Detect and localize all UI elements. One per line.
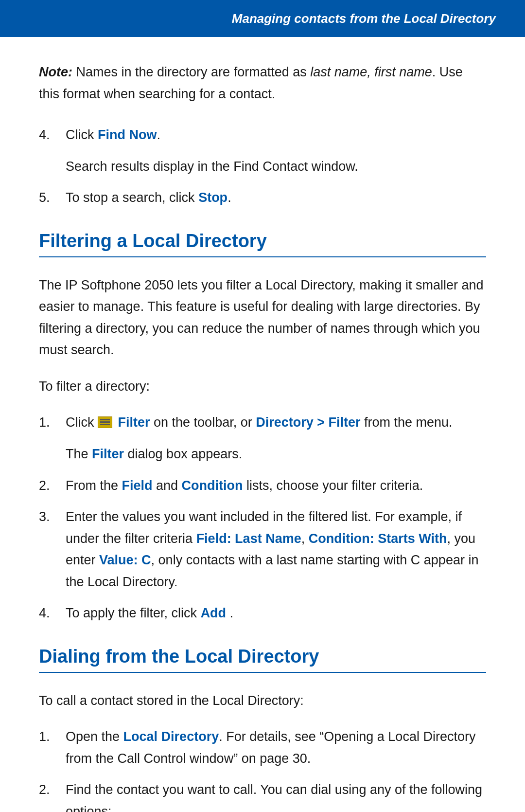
filter-dialog-link: Filter xyxy=(92,447,124,461)
local-directory-link: Local Directory xyxy=(123,729,219,744)
dialing-step-2-num: 2. xyxy=(39,779,66,812)
filter-link: Filter xyxy=(118,415,150,430)
search-step5-list: 5. To stop a search, click Stop. xyxy=(39,187,486,209)
filter-step-3-content: Enter the values you want included in th… xyxy=(66,506,486,593)
header-title: Managing contacts from the Local Directo… xyxy=(232,11,496,26)
filter-step-1-num: 1. xyxy=(39,412,66,433)
step-4-content: Click Find Now. xyxy=(66,124,486,146)
dialing-step-1-content: Open the Local Directory. For details, s… xyxy=(66,726,486,769)
filter-toolbar-icon xyxy=(98,416,112,428)
note-block: Note: Names in the directory are formatt… xyxy=(39,61,486,105)
filtering-pre-steps: To filter a directory: xyxy=(39,376,486,397)
filter-step-1-sub: The Filter dialog box appears. xyxy=(66,443,486,465)
filter-step-2: 2. From the Field and Condition lists, c… xyxy=(39,475,486,497)
step-4-num: 4. xyxy=(39,124,66,146)
page-content: Note: Names in the directory are formatt… xyxy=(0,37,525,812)
dialing-pre-steps: To call a contact stored in the Local Di… xyxy=(39,690,486,712)
note-text1: Names in the directory are formatted as xyxy=(72,65,310,79)
dialing-step-1-num: 1. xyxy=(39,726,66,769)
filter-step-1: 1. Click Filter on the toolbar, or Direc… xyxy=(39,412,486,433)
field-link: Field xyxy=(122,478,153,493)
filter-step-4-num: 4. xyxy=(39,602,66,624)
filter-step-1-content: Click Filter on the toolbar, or Director… xyxy=(66,412,486,433)
dialing-step-1: 1. Open the Local Directory. For details… xyxy=(39,726,486,769)
step-5-content: To stop a search, click Stop. xyxy=(66,187,486,209)
filtering-intro: The IP Softphone 2050 lets you filter a … xyxy=(39,274,486,361)
filter-steps-list: 1. Click Filter on the toolbar, or Direc… xyxy=(39,412,486,433)
note-text: Note: Names in the directory are formatt… xyxy=(39,61,486,105)
condition-starts-with-link: Condition: Starts With xyxy=(309,531,447,546)
search-steps-list: 4. Click Find Now. xyxy=(39,124,486,146)
dialing-step-2: 2. Find the contact you want to call. Yo… xyxy=(39,779,486,812)
filter-step-4: 4. To apply the filter, click Add . xyxy=(39,602,486,624)
step-5: 5. To stop a search, click Stop. xyxy=(39,187,486,209)
find-now-link: Find Now xyxy=(98,127,157,142)
field-last-name-link: Field: Last Name xyxy=(196,531,301,546)
filter-step-4-content: To apply the filter, click Add . xyxy=(66,602,486,624)
step-4-sub: Search results display in the Find Conta… xyxy=(66,156,486,178)
add-link: Add xyxy=(201,606,226,620)
note-italic: last name, first name xyxy=(310,65,432,79)
dialing-section-heading: Dialing from the Local Directory xyxy=(39,646,486,673)
note-label: Note: xyxy=(39,65,72,79)
filter-step-2-num: 2. xyxy=(39,475,66,497)
filter-steps-list-2: 2. From the Field and Condition lists, c… xyxy=(39,475,486,624)
step-4: 4. Click Find Now. xyxy=(39,124,486,146)
dialing-steps-list: 1. Open the Local Directory. For details… xyxy=(39,726,486,812)
filter-step-3-num: 3. xyxy=(39,506,66,593)
condition-link: Condition xyxy=(182,478,243,493)
header-bar: Managing contacts from the Local Directo… xyxy=(0,0,525,37)
value-c-link: Value: C xyxy=(99,553,151,567)
filter-step-2-content: From the Field and Condition lists, choo… xyxy=(66,475,486,497)
filtering-section-heading: Filtering a Local Directory xyxy=(39,231,486,257)
filter-step-3: 3. Enter the values you want included in… xyxy=(39,506,486,593)
stop-link: Stop xyxy=(198,190,228,205)
dialing-step-2-content: Find the contact you want to call. You c… xyxy=(66,779,486,812)
step-5-num: 5. xyxy=(39,187,66,209)
directory-filter-link: Directory > Filter xyxy=(256,415,360,430)
